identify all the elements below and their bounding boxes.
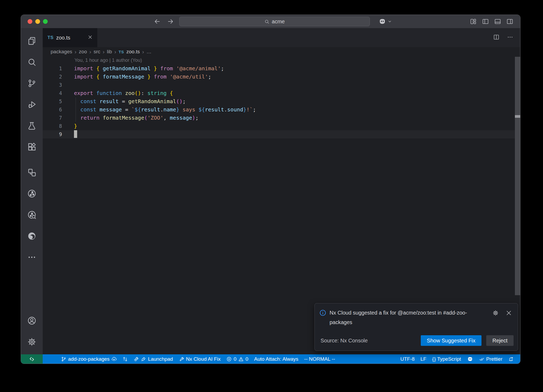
editor-scrollbar[interactable]: [515, 57, 520, 295]
line-number[interactable]: 5: [43, 97, 62, 106]
line-number[interactable]: 6: [43, 106, 62, 114]
breadcrumb-separator: ›: [142, 49, 144, 55]
toggle-secondary-sidebar-button[interactable]: [506, 18, 513, 26]
cloud-upload-icon: [111, 356, 117, 362]
nx-project-graph-icon[interactable]: [27, 189, 37, 198]
language-status-item[interactable]: { } TypeScript: [429, 354, 464, 364]
encoding-status-item[interactable]: UTF-8: [397, 354, 418, 364]
line-content: export function zoo(): string {: [62, 89, 173, 97]
more-actions-icon[interactable]: [507, 34, 513, 41]
run-debug-icon[interactable]: [27, 100, 37, 109]
breadcrumb-src[interactable]: src: [94, 49, 100, 55]
branch-name: add-zoo-packages: [68, 356, 110, 362]
command-center[interactable]: acme: [179, 17, 370, 26]
bell-dot-icon: [508, 356, 514, 362]
line-number[interactable]: 9: [43, 130, 62, 138]
code-line[interactable]: 4export function zoo(): string {: [43, 89, 520, 97]
remote-icon: [29, 356, 35, 362]
launchpad-label: Launchpad: [148, 356, 173, 362]
breadcrumb-overflow[interactable]: …: [146, 49, 151, 55]
nx-console-icon[interactable]: [27, 168, 37, 177]
prettier-label: Prettier: [486, 356, 502, 362]
warning-icon: [238, 356, 244, 362]
git-blame-annotation: You, 1 hour ago | 1 author (You): [43, 56, 520, 64]
edge-browser-icon[interactable]: [27, 231, 37, 241]
code-line[interactable]: 6 const message = `${result.name} says $…: [43, 106, 520, 114]
more-views-icon[interactable]: [27, 252, 37, 262]
show-suggested-fix-button[interactable]: Show Suggested Fix: [421, 335, 481, 346]
close-tab-icon[interactable]: [88, 35, 93, 41]
explorer-icon[interactable]: [27, 36, 37, 46]
command-center-query: acme: [272, 19, 285, 25]
nx-cloud-icon[interactable]: [27, 210, 37, 220]
activity-bar: [21, 28, 43, 354]
breadcrumb-separator: ›: [75, 49, 76, 55]
line-number[interactable]: 4: [43, 89, 62, 97]
breadcrumb-separator: ›: [103, 49, 104, 55]
settings-gear-icon[interactable]: [27, 337, 37, 347]
close-window-button[interactable]: [28, 19, 32, 24]
line-number[interactable]: 7: [43, 114, 62, 122]
tab-label: zoo.ts: [56, 35, 70, 41]
breadcrumb-packages[interactable]: packages: [51, 49, 72, 55]
forward-button[interactable]: [167, 18, 174, 26]
line-number[interactable]: 8: [43, 122, 62, 130]
line-number[interactable]: 2: [43, 73, 62, 81]
overview-ruler-cursor-marker: [515, 115, 520, 118]
notification-settings-gear-icon[interactable]: [492, 310, 499, 317]
code-line[interactable]: 2import { formatMessage } from '@acme/ut…: [43, 73, 520, 81]
breadcrumb-zoo[interactable]: zoo: [79, 49, 87, 55]
customize-layout-button[interactable]: [470, 18, 477, 26]
notifications-status-item[interactable]: [505, 354, 516, 364]
testing-icon[interactable]: [27, 121, 37, 130]
branch-status-item[interactable]: add-zoo-packages: [58, 354, 120, 364]
zoom-window-button[interactable]: [43, 19, 48, 24]
launchpad-status-item[interactable]: Launchpad: [131, 354, 176, 364]
vim-mode-status-item[interactable]: -- NORMAL --: [301, 354, 338, 364]
toggle-primary-sidebar-button[interactable]: [482, 18, 489, 26]
code-line[interactable]: 3: [43, 81, 520, 89]
notification-close-icon[interactable]: [506, 310, 512, 317]
window-controls: [28, 19, 48, 24]
breadcrumb-lib[interactable]: lib: [107, 49, 112, 55]
remote-indicator[interactable]: [21, 354, 43, 364]
nx-cloud-fix-status-item[interactable]: Nx Cloud AI Fix: [176, 354, 224, 364]
code-line[interactable]: 5 const result = getRandomAnimal();: [43, 97, 520, 106]
source-control-icon[interactable]: [27, 79, 37, 88]
search-icon[interactable]: [27, 57, 37, 67]
nx-fix-label: Nx Cloud AI Fix: [186, 356, 221, 362]
code-line[interactable]: 7 return formatMessage('ZOO', message);: [43, 114, 520, 122]
git-compare-status-item[interactable]: [120, 354, 131, 364]
code-line[interactable]: 8}: [43, 122, 520, 130]
typescript-file-icon: TS: [47, 35, 54, 40]
auto-attach-status-item[interactable]: Auto Attach: Always: [251, 354, 301, 364]
extensions-icon[interactable]: [27, 142, 37, 152]
eol-label: LF: [421, 356, 426, 362]
back-button[interactable]: [154, 18, 161, 26]
problems-status-item[interactable]: 0 0: [224, 354, 251, 364]
accounts-icon[interactable]: [27, 316, 37, 325]
reject-button[interactable]: Reject: [486, 335, 514, 346]
code-line[interactable]: 1import { getRandomAnimal } from '@acme/…: [43, 64, 520, 73]
prettier-status-item[interactable]: Prettier: [476, 354, 505, 364]
title-bar: acme: [21, 15, 520, 28]
code-line[interactable]: 9: [43, 130, 520, 138]
copilot-status-item[interactable]: [464, 354, 476, 364]
error-count: 0: [234, 356, 237, 362]
line-content: [62, 130, 77, 138]
split-editor-icon[interactable]: [493, 34, 500, 41]
copilot-menu[interactable]: [378, 18, 392, 25]
line-content: import { getRandomAnimal } from '@acme/a…: [62, 64, 224, 73]
language-label: TypeScript: [437, 356, 461, 362]
line-content: }: [62, 122, 77, 130]
tab-zoo-ts[interactable]: TS zoo.ts: [43, 28, 97, 47]
eol-status-item[interactable]: LF: [418, 354, 429, 364]
minimize-window-button[interactable]: [35, 19, 40, 24]
layout-controls: [470, 18, 513, 26]
breadcrumb-file[interactable]: zoo.ts: [126, 49, 140, 55]
vim-mode-label: -- NORMAL --: [304, 356, 335, 362]
line-number[interactable]: 3: [43, 81, 62, 89]
toggle-panel-button[interactable]: [494, 18, 501, 26]
line-number[interactable]: 1: [43, 64, 62, 73]
notification-message: Nx Cloud suggested a fix for @acme/zoo:t…: [330, 308, 483, 327]
